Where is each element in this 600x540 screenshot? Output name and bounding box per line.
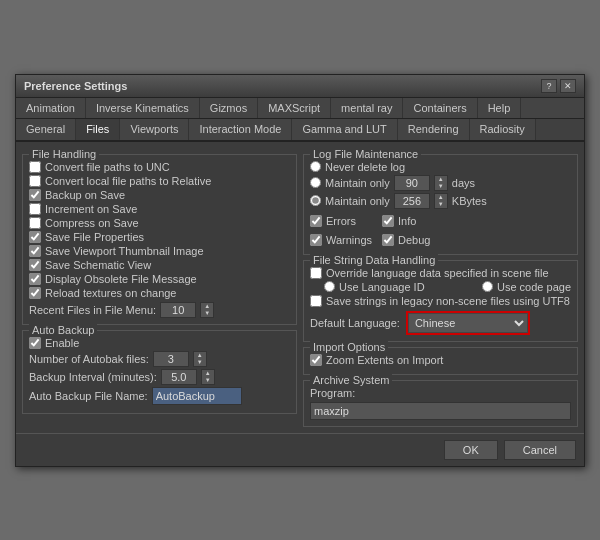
import-options-group: Import Options Zoom Extents on Import (303, 347, 578, 375)
days-suffix: days (452, 177, 475, 189)
check-convert-unc-input[interactable] (29, 161, 41, 173)
maintain-days-radio[interactable] (310, 177, 321, 188)
use-lang-row: Use Language ID Use code page (324, 281, 571, 293)
check-save-properties: Save File Properties (29, 231, 290, 243)
check-convert-unc-text: Convert file paths to UNC (45, 161, 170, 173)
zoom-extents-input[interactable] (310, 354, 322, 366)
check-debug-text: Debug (398, 234, 430, 246)
check-schematic-input[interactable] (29, 259, 41, 271)
log-checks-col2: Info Debug (382, 213, 430, 248)
check-viewport-thumb-input[interactable] (29, 245, 41, 257)
cancel-button[interactable]: Cancel (504, 440, 576, 460)
tab-viewports[interactable]: Viewports (120, 119, 189, 140)
tab-row-1: Animation Inverse Kinematics Gizmos MAXS… (16, 98, 584, 119)
log-checks-col1: Errors Warnings (310, 213, 372, 248)
recent-files-spinner[interactable]: ▲ ▼ (200, 302, 214, 318)
archive-label: Archive System (310, 374, 392, 386)
check-info-input[interactable] (382, 215, 394, 227)
override-text: Override language data specified in scen… (326, 267, 549, 279)
check-errors-input[interactable] (310, 215, 322, 227)
check-viewport-thumb: Save Viewport Thumbnail Image (29, 245, 290, 257)
num-autobak-input[interactable] (153, 351, 189, 367)
num-autobak-spinner[interactable]: ▲ ▼ (193, 351, 207, 367)
use-code-radio[interactable] (482, 281, 493, 292)
check-obsolete: Display Obsolete File Message (29, 273, 290, 285)
program-label: Program: (310, 387, 571, 399)
num-autobak-row: Number of Autobak files: ▲ ▼ (29, 351, 290, 367)
interval-input[interactable] (161, 369, 197, 385)
default-lang-label: Default Language: (310, 317, 400, 329)
tab-gamma-lut[interactable]: Gamma and LUT (292, 119, 397, 140)
enable-backup-row: Enable (29, 337, 290, 349)
lang-select[interactable]: Chinese English Japanese Korean (408, 313, 528, 333)
check-reload-textures-text: Reload textures on change (45, 287, 176, 299)
num-autobak-label: Number of Autobak files: (29, 353, 149, 365)
tab-files[interactable]: Files (76, 119, 120, 140)
program-input[interactable] (310, 402, 571, 420)
check-warnings-input[interactable] (310, 234, 322, 246)
check-debug: Debug (382, 234, 430, 246)
recent-files-input[interactable] (160, 302, 196, 318)
tab-containers[interactable]: Containers (403, 98, 477, 118)
maintain-kb-spinner[interactable]: ▲ ▼ (434, 193, 448, 209)
never-delete-radio[interactable] (310, 161, 321, 172)
check-increment-save-input[interactable] (29, 203, 41, 215)
close-button[interactable]: ✕ (560, 79, 576, 93)
filename-label: Auto Backup File Name: (29, 390, 148, 402)
log-file-group: Log File Maintenance Never delete log Ma… (303, 154, 578, 255)
tab-gizmos[interactable]: Gizmos (200, 98, 258, 118)
maintain-days-row: Maintain only ▲ ▼ days (310, 175, 571, 191)
dialog-title: Preference Settings (24, 80, 127, 92)
spinner-up-icon[interactable]: ▲ (201, 303, 213, 310)
check-backup-save-input[interactable] (29, 189, 41, 201)
enable-backup-input[interactable] (29, 337, 41, 349)
spinner-down-icon[interactable]: ▼ (194, 359, 206, 366)
override-input[interactable] (310, 267, 322, 279)
help-button[interactable]: ? (541, 79, 557, 93)
maintain-kb-input[interactable] (394, 193, 430, 209)
zoom-extents-row: Zoom Extents on Import (310, 354, 571, 366)
filename-input[interactable] (152, 387, 242, 405)
file-string-group: File String Data Handling Override langu… (303, 260, 578, 342)
check-save-properties-input[interactable] (29, 231, 41, 243)
tab-interaction-mode[interactable]: Interaction Mode (189, 119, 292, 140)
check-debug-input[interactable] (382, 234, 394, 246)
tab-inverse-kinematics[interactable]: Inverse Kinematics (86, 98, 200, 118)
tab-rendering[interactable]: Rendering (398, 119, 470, 140)
check-increment-save: Increment on Save (29, 203, 290, 215)
log-checks: Errors Warnings Info (310, 213, 571, 248)
tab-mental-ray[interactable]: mental ray (331, 98, 403, 118)
never-delete-row: Never delete log (310, 161, 571, 173)
tab-animation[interactable]: Animation (16, 98, 86, 118)
check-convert-local-input[interactable] (29, 175, 41, 187)
save-strings-text: Save strings in legacy non-scene files u… (326, 295, 570, 307)
use-lang-radio[interactable] (324, 281, 335, 292)
spinner-up-icon[interactable]: ▲ (194, 352, 206, 359)
save-strings-input[interactable] (310, 295, 322, 307)
archive-group: Archive System Program: (303, 380, 578, 427)
spinner-up-icon[interactable]: ▲ (202, 370, 214, 377)
maintain-kb-radio[interactable] (310, 195, 321, 206)
check-backup-save-text: Backup on Save (45, 189, 125, 201)
maintain-days-spinner[interactable]: ▲ ▼ (434, 175, 448, 191)
tab-row-2: General Files Viewports Interaction Mode… (16, 119, 584, 142)
check-reload-textures-input[interactable] (29, 287, 41, 299)
tab-maxscript[interactable]: MAXScript (258, 98, 331, 118)
kb-suffix: KBytes (452, 195, 487, 207)
import-options-label: Import Options (310, 341, 388, 353)
check-obsolete-input[interactable] (29, 273, 41, 285)
check-info-text: Info (398, 215, 416, 227)
tab-help[interactable]: Help (478, 98, 522, 118)
tab-general[interactable]: General (16, 119, 76, 140)
maintain-days-input[interactable] (394, 175, 430, 191)
interval-spinner[interactable]: ▲ ▼ (201, 369, 215, 385)
spinner-down-icon[interactable]: ▼ (202, 377, 214, 384)
recent-files-row: Recent Files in File Menu: ▲ ▼ (29, 302, 290, 318)
tab-radiosity[interactable]: Radiosity (470, 119, 536, 140)
check-compress-input[interactable] (29, 217, 41, 229)
check-compress-text: Compress on Save (45, 217, 139, 229)
ok-button[interactable]: OK (444, 440, 498, 460)
spinner-down-icon[interactable]: ▼ (201, 310, 213, 317)
radio-group: Use Language ID Use code page (310, 281, 571, 293)
log-checks-grid: Errors Warnings Info (310, 213, 571, 248)
